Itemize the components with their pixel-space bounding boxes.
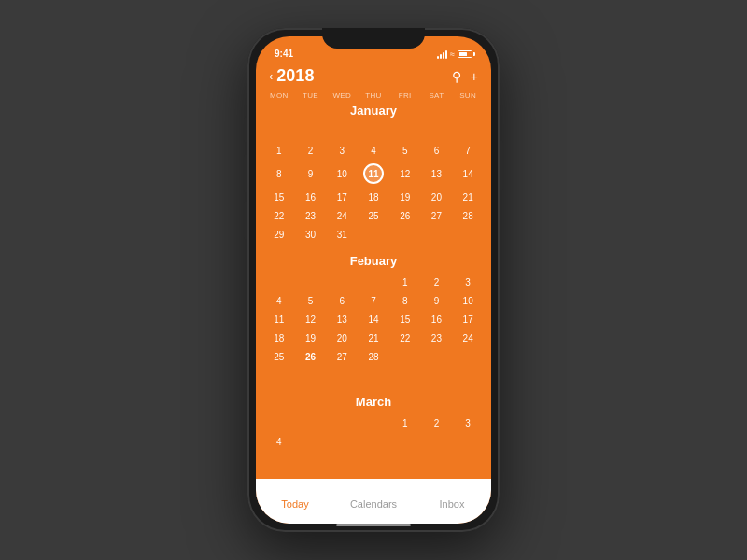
list-item[interactable]: 4 [358,142,389,159]
list-item[interactable]: 4 [263,433,295,450]
tab-bar: Today Calendars Inbox [256,479,491,524]
status-icons: ≈ [437,49,476,59]
march-grid: 1 2 3 4 [263,414,484,450]
list-item[interactable]: 15 [263,189,295,205]
list-item[interactable]: 26 [295,348,327,365]
today-indicator: 11 [363,163,384,184]
table-row [421,226,453,243]
list-item[interactable]: 1 [389,273,421,290]
list-item[interactable]: 14 [452,161,484,187]
dow-sun: SUN [452,91,484,100]
list-item[interactable]: 7 [358,292,389,309]
list-item[interactable]: 24 [326,207,358,224]
search-icon[interactable]: ⚲ [452,69,461,84]
list-item[interactable]: 9 [295,161,327,187]
table-row [358,273,389,290]
list-item[interactable]: 27 [326,348,358,365]
list-item[interactable]: 5 [389,142,421,159]
year-navigation[interactable]: ‹ 2018 [269,66,314,86]
list-item[interactable]: 24 [452,329,484,346]
table-row [326,273,358,290]
status-time: 9:41 [271,49,293,59]
list-item[interactable]: 21 [358,329,389,346]
list-item[interactable]: 1 [389,414,421,431]
list-item[interactable]: 9 [421,292,453,309]
list-item[interactable]: 25 [358,207,389,224]
list-item[interactable]: 10 [452,292,484,309]
list-item[interactable]: 4 [263,292,295,309]
tab-calendars[interactable]: Calendars [334,493,413,510]
list-item[interactable]: 29 [263,226,295,243]
days-of-week-header: MON TUE WED THU FRI SAT SUN [256,91,491,100]
today-cell[interactable]: 11 [358,161,389,187]
list-item[interactable]: 10 [326,161,358,187]
tab-today[interactable]: Today [256,493,334,510]
dow-wed: WED [326,91,358,100]
list-item[interactable]: 18 [263,329,295,346]
power-button [500,140,503,191]
dow-tue: TUE [295,91,327,100]
list-item[interactable]: 30 [295,226,327,243]
dow-fri: FRI [389,91,421,100]
list-item[interactable]: 28 [452,207,484,224]
list-item[interactable]: 17 [452,311,484,328]
table-row [452,226,484,243]
back-arrow-icon[interactable]: ‹ [269,69,273,83]
list-item[interactable]: 5 [295,292,327,309]
list-item[interactable]: 11 [263,311,295,328]
list-item[interactable]: 19 [295,329,327,346]
list-item[interactable]: 23 [295,207,327,224]
table-row [295,123,327,140]
list-item[interactable]: 3 [326,142,358,159]
calendar-header: ‹ 2018 ⚲ + [256,63,491,91]
list-item[interactable]: 15 [389,311,421,328]
list-item[interactable]: 6 [326,292,358,309]
add-icon[interactable]: + [471,69,478,84]
month-january: January 1 2 3 4 5 6 7 [263,104,484,243]
list-item[interactable]: 3 [452,414,484,431]
list-item[interactable]: 2 [295,142,327,159]
list-item[interactable]: 12 [295,311,327,328]
list-item[interactable]: 23 [421,329,453,346]
list-item[interactable]: 17 [326,189,358,205]
table-row [295,273,327,290]
list-item[interactable]: 20 [421,189,453,205]
list-item[interactable]: 20 [326,329,358,346]
dow-sat: SAT [421,91,453,100]
list-item[interactable]: 16 [295,189,327,205]
home-indicator [336,524,411,526]
table-row [263,123,295,140]
table-row [389,348,421,365]
list-item[interactable]: 26 [389,207,421,224]
list-item[interactable]: 6 [421,142,453,159]
table-row [358,414,389,431]
list-item[interactable]: 25 [263,348,295,365]
list-item[interactable]: 2 [421,414,453,431]
silent-button [244,117,247,143]
list-item[interactable]: 16 [421,311,453,328]
list-item[interactable]: 13 [326,311,358,328]
phone-frame: 9:41 ≈ ‹ 2018 ⚲ + [247,28,500,532]
list-item[interactable]: 7 [452,142,484,159]
table-row [326,123,358,140]
list-item[interactable]: 27 [421,207,453,224]
list-item[interactable]: 28 [358,348,389,365]
list-item[interactable]: 3 [452,273,484,290]
list-item[interactable]: 2 [421,273,453,290]
list-item[interactable]: 12 [389,161,421,187]
list-item[interactable]: 8 [263,161,295,187]
list-item[interactable]: 8 [389,292,421,309]
list-item[interactable]: 18 [358,189,389,205]
list-item[interactable]: 1 [263,142,295,159]
tab-inbox[interactable]: Inbox [413,493,491,510]
table-row [263,414,295,431]
list-item[interactable]: 13 [421,161,453,187]
list-item[interactable]: 14 [358,311,389,328]
list-item[interactable]: 19 [389,189,421,205]
month-february: Febuary 1 2 3 4 5 6 7 8 [263,254,484,384]
list-item[interactable]: 31 [326,226,358,243]
list-item[interactable]: 21 [452,189,484,205]
list-item[interactable]: 22 [263,207,295,224]
table-row [421,348,453,365]
list-item[interactable]: 22 [389,329,421,346]
